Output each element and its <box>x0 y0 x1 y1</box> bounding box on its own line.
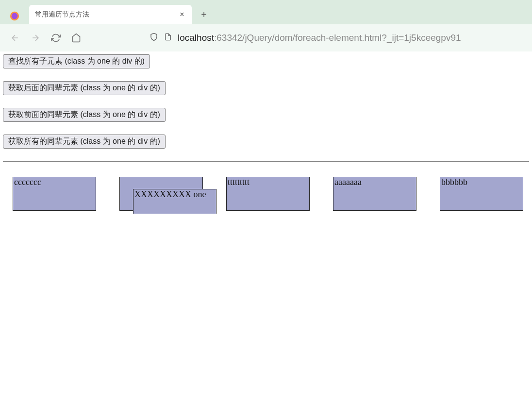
button-row-3: 获取前面的同辈元素 (class 为 one 的 div 的) <box>3 108 529 122</box>
button-row-1: 查找所有子元素 (class 为 one 的 div 的) <box>3 54 529 68</box>
shield-icon <box>150 33 158 44</box>
child-box-one: XXXXXXXXX one <box>133 189 216 214</box>
forward-button[interactable] <box>30 33 41 43</box>
find-children-button[interactable]: 查找所有子元素 (class 为 one 的 div 的) <box>3 54 150 68</box>
home-button[interactable] <box>71 33 82 43</box>
all-siblings-button[interactable]: 获取所有的同辈元素 (class 为 one 的 div 的) <box>3 135 166 149</box>
button-row-4: 获取所有的同辈元素 (class 为 one 的 div 的) <box>3 135 529 149</box>
divider <box>3 161 529 162</box>
url-bar[interactable]: localhost:63342/jQuery/dom/foreach-eleme… <box>150 33 522 44</box>
boxes-row: ccccccc XXXXXXXXX one XXXXXXXXX two XXXX… <box>3 171 529 211</box>
box-tt: ttttttttt <box>226 177 310 211</box>
url-path: :63342/jQuery/dom/foreach-element.html?_… <box>214 33 461 43</box>
box-cc: ccccccc <box>13 177 96 211</box>
page-content: 查找所有子元素 (class 为 one 的 div 的) 获取后面的同辈元素 … <box>0 51 532 214</box>
url-host: localhost <box>178 33 214 43</box>
close-icon[interactable]: × <box>178 11 186 18</box>
box-bb: bbbbbb <box>440 177 523 211</box>
svg-point-1 <box>12 13 18 19</box>
back-button[interactable] <box>10 33 20 43</box>
reload-button[interactable] <box>50 33 61 43</box>
tab-bar: 常用遍历节点方法 × + <box>0 0 532 24</box>
firefox-logo-area <box>0 11 29 21</box>
next-siblings-button[interactable]: 获取后面的同辈元素 (class 为 one 的 div 的) <box>3 81 166 95</box>
url-text: localhost:63342/jQuery/dom/foreach-eleme… <box>178 33 461 43</box>
page-icon <box>164 33 172 44</box>
browser-chrome: 常用遍历节点方法 × + localhost:63342/jQuery/d <box>0 0 532 51</box>
child-stack: XXXXXXXXX one XXXXXXXXX two XXXXXXXXX th… <box>133 189 216 214</box>
prev-siblings-button[interactable]: 获取前面的同辈元素 (class 为 one 的 div 的) <box>3 108 166 122</box>
browser-toolbar: localhost:63342/jQuery/dom/foreach-eleme… <box>0 24 532 51</box>
firefox-icon <box>9 11 20 21</box>
button-row-2: 获取后面的同辈元素 (class 为 one 的 div 的) <box>3 81 529 95</box>
new-tab-button[interactable]: + <box>197 7 211 22</box>
box-parent-one: XXXXXXXXX one XXXXXXXXX two XXXXXXXXX th… <box>119 177 203 211</box>
box-aa: aaaaaaa <box>333 177 416 211</box>
tab-title: 常用遍历节点方法 <box>35 10 178 19</box>
browser-tab[interactable]: 常用遍历节点方法 × <box>29 5 192 24</box>
